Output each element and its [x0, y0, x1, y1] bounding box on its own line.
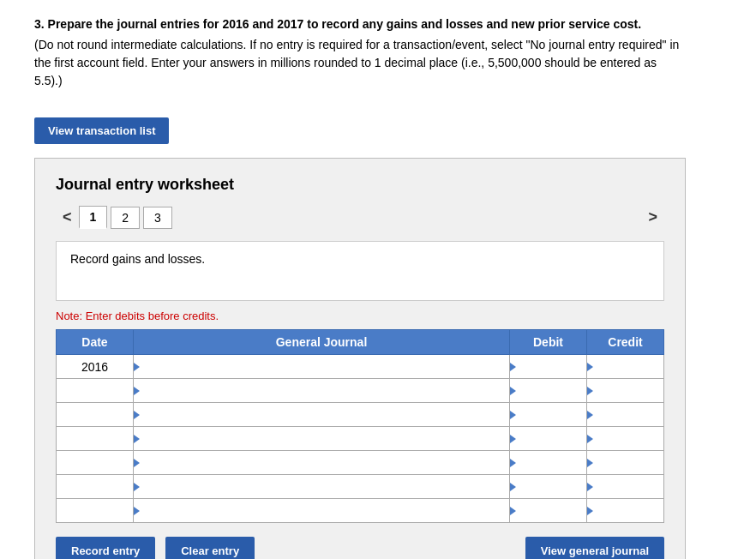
col-header-debit: Debit: [510, 330, 587, 355]
tab-1[interactable]: 1: [79, 206, 108, 229]
table-row: [57, 451, 664, 475]
debit-cell[interactable]: [510, 475, 587, 499]
debit-input[interactable]: [510, 358, 586, 375]
debit-input[interactable]: [510, 382, 586, 399]
journal-input[interactable]: [134, 454, 509, 471]
record-description-box: Record gains and losses.: [56, 241, 664, 301]
journal-input[interactable]: [134, 382, 509, 399]
date-cell: [57, 451, 134, 475]
record-description-text: Record gains and losses.: [70, 252, 205, 266]
journal-cell[interactable]: [134, 403, 510, 427]
credit-cell[interactable]: [587, 451, 664, 475]
table-row: [57, 475, 664, 499]
date-cell: [57, 427, 134, 451]
credit-cell[interactable]: [587, 427, 664, 451]
credit-cell[interactable]: [587, 403, 664, 427]
debit-input[interactable]: [510, 454, 586, 471]
debit-cell[interactable]: [510, 499, 587, 523]
tab-3[interactable]: 3: [143, 207, 172, 229]
view-general-journal-button[interactable]: View general journal: [525, 537, 664, 559]
credit-input[interactable]: [587, 502, 663, 519]
date-cell: [57, 475, 134, 499]
col-header-date: Date: [57, 330, 134, 355]
col-header-journal: General Journal: [134, 330, 510, 355]
debit-cell[interactable]: [510, 355, 587, 379]
debit-input[interactable]: [510, 502, 586, 519]
worksheet-container: Journal entry worksheet < 1 2 3 > Record…: [34, 158, 686, 559]
credit-input[interactable]: [587, 454, 663, 471]
table-row: [57, 499, 664, 523]
view-transaction-button[interactable]: View transaction list: [34, 117, 169, 144]
credit-cell[interactable]: [587, 379, 664, 403]
credit-input[interactable]: [587, 406, 663, 423]
date-cell: [57, 499, 134, 523]
journal-cell[interactable]: [134, 355, 510, 379]
debit-input[interactable]: [510, 406, 586, 423]
next-tab-button[interactable]: >: [641, 207, 664, 228]
journal-cell[interactable]: [134, 451, 510, 475]
tab-2[interactable]: 2: [111, 207, 140, 229]
problem-section: 3. Prepare the journal entries for 2016 …: [34, 17, 722, 90]
credit-cell[interactable]: [587, 475, 664, 499]
col-header-credit: Credit: [587, 330, 664, 355]
journal-input[interactable]: [134, 502, 509, 519]
table-row: [57, 379, 664, 403]
problem-number: 3. Prepare the journal entries for 2016 …: [34, 17, 722, 31]
journal-input[interactable]: [134, 478, 509, 495]
table-row: [57, 403, 664, 427]
journal-input[interactable]: [134, 430, 509, 447]
credit-input[interactable]: [587, 478, 663, 495]
credit-cell[interactable]: [587, 355, 664, 379]
debit-cell[interactable]: [510, 379, 587, 403]
date-cell: [57, 379, 134, 403]
credit-input[interactable]: [587, 382, 663, 399]
journal-input[interactable]: [134, 406, 509, 423]
table-row: 2016: [57, 355, 664, 379]
button-row: Record entry Clear entry View general jo…: [56, 537, 664, 559]
record-entry-button[interactable]: Record entry: [56, 537, 155, 559]
date-cell: 2016: [57, 355, 134, 379]
debit-cell[interactable]: [510, 427, 587, 451]
debit-cell[interactable]: [510, 451, 587, 475]
debit-input[interactable]: [510, 478, 586, 495]
note-text: Note: Enter debits before credits.: [56, 310, 664, 322]
journal-input[interactable]: [134, 358, 509, 375]
table-row: [57, 427, 664, 451]
tabs-row: < 1 2 3 >: [56, 206, 664, 229]
journal-cell[interactable]: [134, 499, 510, 523]
debit-input[interactable]: [510, 430, 586, 447]
instruction-red: (Do not round intermediate calculations.…: [34, 36, 686, 90]
prev-tab-button[interactable]: <: [56, 207, 79, 228]
date-cell: [57, 403, 134, 427]
clear-entry-button[interactable]: Clear entry: [165, 537, 255, 559]
credit-input[interactable]: [587, 358, 663, 375]
journal-cell[interactable]: [134, 475, 510, 499]
journal-table: Date General Journal Debit Credit 2016: [56, 329, 664, 523]
credit-cell[interactable]: [587, 499, 664, 523]
journal-cell[interactable]: [134, 379, 510, 403]
journal-cell[interactable]: [134, 427, 510, 451]
debit-cell[interactable]: [510, 403, 587, 427]
worksheet-title: Journal entry worksheet: [56, 176, 664, 194]
credit-input[interactable]: [587, 430, 663, 447]
